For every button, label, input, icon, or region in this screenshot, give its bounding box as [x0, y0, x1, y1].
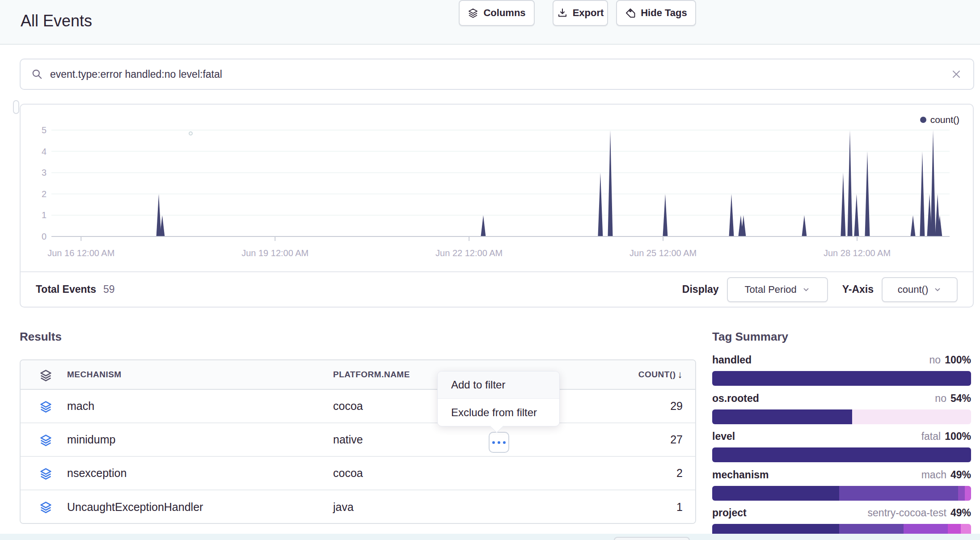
tag-bar-segment	[712, 371, 971, 386]
tag-bar-segment	[712, 409, 852, 424]
tag-summary-heading: Tag Summary	[712, 330, 788, 344]
table-row[interactable]: UncaughtExceptionHandler java 1	[21, 490, 695, 524]
export-button[interactable]: Export	[553, 0, 608, 26]
export-button-label: Export	[573, 7, 604, 19]
cell-platform[interactable]: native	[333, 433, 363, 446]
layers-icon	[39, 400, 52, 413]
tag-summary-row[interactable]: handled no 100%	[712, 354, 971, 386]
total-events-value: 59	[103, 283, 115, 295]
cell-count: 1	[676, 501, 683, 514]
tag-distribution-bar[interactable]	[712, 371, 971, 386]
tag-distribution-bar[interactable]	[712, 486, 971, 501]
tag-summary-row[interactable]: level fatal 100%	[712, 430, 971, 462]
chevron-down-icon	[934, 286, 942, 294]
x-axis-tick-label: Jun 28 12:00 AM	[803, 248, 911, 258]
display-label: Display	[682, 283, 719, 295]
cell-mechanism[interactable]: minidump	[67, 433, 115, 446]
tag-bar-segment	[712, 486, 839, 501]
search-icon	[31, 68, 43, 80]
table-row[interactable]: minidump native 27	[21, 423, 695, 457]
y-axis-tick-label: 3	[29, 168, 46, 177]
cell-platform[interactable]: cocoa	[333, 400, 363, 413]
display-dropdown-value: Total Period	[745, 284, 797, 295]
column-header-count-label: COUNT()	[638, 370, 676, 380]
tag-distribution-bar[interactable]	[712, 447, 971, 462]
legend-dot-icon	[920, 117, 926, 123]
x-axis-tick-label: Jun 16 12:00 AM	[27, 248, 135, 258]
tag-distribution-bar[interactable]	[712, 409, 971, 424]
sort-desc-icon: ↓	[678, 369, 683, 380]
cell-context-menu: Add to filter Exclude from filter	[437, 371, 560, 426]
yaxis-dropdown[interactable]: count()	[882, 277, 958, 302]
cell-mechanism[interactable]: UncaughtExceptionHandler	[67, 501, 203, 514]
page-bottom-strip	[0, 534, 980, 540]
table-row[interactable]: nsexception cocoa 2	[21, 457, 695, 490]
pagination-button-partial[interactable]	[614, 537, 690, 540]
results-table: MECHANISM PLATFORM.NAME COUNT() ↓ mach c…	[20, 359, 696, 524]
chevron-down-icon	[802, 286, 810, 294]
cell-platform[interactable]: cocoa	[333, 467, 363, 480]
tag-bar-segment	[965, 486, 971, 501]
search-query[interactable]: event.type:error handled:no level:fatal	[50, 68, 950, 80]
x-axis-tick-label: Jun 22 12:00 AM	[415, 248, 523, 258]
cell-actions-button[interactable]	[489, 432, 509, 453]
display-dropdown[interactable]: Total Period	[727, 277, 828, 302]
cell-mechanism[interactable]: nsexception	[67, 467, 127, 480]
tag-top-value: fatal	[921, 430, 941, 443]
tag-name: mechanism	[712, 469, 769, 481]
events-chart-panel: count() Total Events 59 Display Total Pe…	[20, 104, 974, 308]
tag-name: handled	[712, 354, 752, 366]
yaxis-label: Y-Axis	[842, 283, 874, 295]
chart-legend[interactable]: count()	[920, 114, 959, 125]
search-input[interactable]: event.type:error handled:no level:fatal	[20, 59, 974, 90]
tag-name: os.rooted	[712, 392, 759, 405]
y-axis-tick-label: 0	[29, 232, 46, 241]
total-events-label: Total Events	[36, 283, 96, 295]
tag-percent: 100%	[945, 354, 971, 366]
tag-percent: 49%	[950, 507, 971, 519]
panel-drag-handle[interactable]	[13, 100, 19, 114]
tag-name: level	[712, 430, 735, 443]
x-axis-tick-label: Jun 19 12:00 AM	[221, 248, 329, 258]
tag-top-value: mach	[921, 469, 946, 481]
hide-tags-button[interactable]: Hide Tags	[616, 0, 696, 26]
cell-count: 2	[676, 467, 683, 480]
tag-percent: 100%	[945, 430, 971, 443]
chart-footer: Total Events 59 Display Total Period Y-A…	[21, 271, 973, 307]
column-header-mechanism[interactable]: MECHANISM	[67, 370, 122, 380]
columns-button[interactable]: Columns	[459, 0, 535, 26]
layers-icon	[39, 501, 52, 514]
menu-item-add-to-filter[interactable]: Add to filter	[438, 371, 559, 399]
tag-icon	[625, 8, 636, 18]
column-header-platform[interactable]: PLATFORM.NAME	[333, 370, 410, 380]
tag-summary-row[interactable]: mechanism mach 49%	[712, 469, 971, 501]
y-axis-tick-label: 1	[29, 210, 46, 220]
ellipsis-icon	[492, 441, 495, 444]
cell-count: 27	[670, 433, 683, 446]
legend-label: count()	[930, 114, 959, 125]
layers-icon	[39, 467, 52, 480]
tag-bar-segment	[712, 447, 971, 462]
tag-top-value: sentry-cocoa-test	[868, 507, 946, 519]
cell-platform[interactable]: java	[333, 501, 354, 514]
download-icon	[557, 8, 568, 18]
x-axis-tick-label: Jun 25 12:00 AM	[609, 248, 717, 258]
column-header-count[interactable]: COUNT() ↓	[638, 369, 683, 380]
tag-summary-row[interactable]: os.rooted no 54%	[712, 392, 971, 424]
chart-plot-area[interactable]	[51, 125, 950, 243]
page-title: All Events	[21, 12, 92, 30]
results-heading: Results	[20, 330, 62, 344]
layers-icon	[468, 8, 478, 18]
table-row[interactable]: mach cocoa 29	[21, 390, 695, 423]
tag-name: project	[712, 507, 747, 519]
cell-mechanism[interactable]: mach	[67, 400, 94, 413]
clear-search-icon[interactable]	[950, 68, 963, 80]
y-axis-tick-label: 5	[29, 125, 46, 135]
tag-bar-segment	[839, 486, 958, 501]
table-header-row: MECHANISM PLATFORM.NAME COUNT() ↓	[21, 360, 695, 390]
yaxis-dropdown-value: count()	[898, 284, 928, 295]
layers-icon[interactable]	[39, 369, 52, 382]
tag-percent: 54%	[950, 392, 971, 405]
columns-button-label: Columns	[483, 7, 525, 19]
tag-bar-segment	[958, 486, 964, 501]
